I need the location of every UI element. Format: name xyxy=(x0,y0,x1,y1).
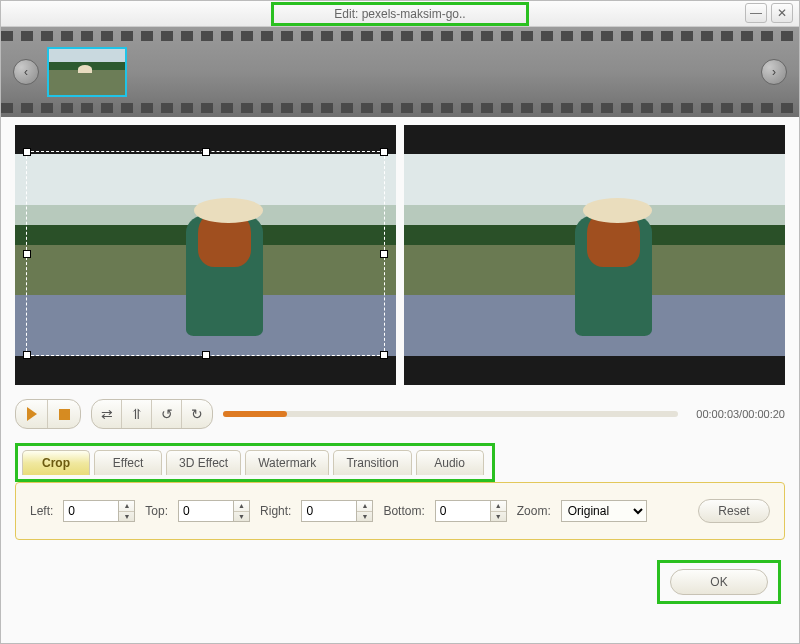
crop-handle-w[interactable] xyxy=(23,250,31,258)
tab-watermark[interactable]: Watermark xyxy=(245,450,329,475)
close-button[interactable]: ✕ xyxy=(771,3,793,23)
clip-thumbnail[interactable] xyxy=(47,47,127,97)
tab-crop[interactable]: Crop xyxy=(22,450,90,475)
crop-handle-se[interactable] xyxy=(380,351,388,359)
rotate-cw-button[interactable]: ↻ xyxy=(182,400,212,428)
left-input[interactable] xyxy=(63,500,119,522)
crop-handle-sw[interactable] xyxy=(23,351,31,359)
top-spinner: ▲▼ xyxy=(178,500,250,522)
window-controls: — ✕ xyxy=(745,3,793,23)
left-down[interactable]: ▼ xyxy=(119,512,134,522)
highlight-tabs: Crop Effect 3D Effect Watermark Transiti… xyxy=(15,443,495,482)
crop-handle-e[interactable] xyxy=(380,250,388,258)
right-spinner: ▲▼ xyxy=(301,500,373,522)
crop-preview-source[interactable] xyxy=(15,125,396,385)
crop-panel: Left: ▲▼ Top: ▲▼ Right: ▲▼ Bottom: ▲▼ Zo… xyxy=(15,482,785,540)
playback-controls: ⇄ ⥣ ↺ ↻ 00:00:03/00:00:20 xyxy=(1,393,799,439)
tab-3d-effect[interactable]: 3D Effect xyxy=(166,450,241,475)
zoom-select[interactable]: Original xyxy=(561,500,647,522)
left-up[interactable]: ▲ xyxy=(119,501,134,512)
right-down[interactable]: ▼ xyxy=(357,512,372,522)
filmstrip: ‹ › xyxy=(1,27,799,117)
preview-row xyxy=(1,117,799,393)
right-input[interactable] xyxy=(301,500,357,522)
highlight-title: Edit: pexels-maksim-go.. xyxy=(271,2,528,26)
crop-handle-n[interactable] xyxy=(202,148,210,156)
edit-controls-group: ⇄ ⥣ ↺ ↻ xyxy=(91,399,213,429)
window-title: Edit: pexels-maksim-go.. xyxy=(334,7,465,21)
highlight-ok: OK xyxy=(657,560,781,604)
time-display: 00:00:03/00:00:20 xyxy=(696,408,785,420)
tab-effect[interactable]: Effect xyxy=(94,450,162,475)
reset-button[interactable]: Reset xyxy=(698,499,770,523)
stop-icon xyxy=(59,409,70,420)
ok-button[interactable]: OK xyxy=(670,569,768,595)
play-icon xyxy=(27,407,37,421)
bottom-down[interactable]: ▼ xyxy=(491,512,506,522)
edit-window: Edit: pexels-maksim-go.. — ✕ ‹ › xyxy=(0,0,800,644)
play-stop-group xyxy=(15,399,81,429)
minimize-button[interactable]: — xyxy=(745,3,767,23)
titlebar: Edit: pexels-maksim-go.. — ✕ xyxy=(1,1,799,27)
bottom-input[interactable] xyxy=(435,500,491,522)
crop-handle-ne[interactable] xyxy=(380,148,388,156)
filmstrip-prev-button[interactable]: ‹ xyxy=(13,59,39,85)
zoom-label: Zoom: xyxy=(517,504,551,518)
top-input[interactable] xyxy=(178,500,234,522)
crop-handle-s[interactable] xyxy=(202,351,210,359)
rotate-ccw-button[interactable]: ↺ xyxy=(152,400,182,428)
shuffle-button[interactable]: ⇄ xyxy=(92,400,122,428)
seek-bar[interactable] xyxy=(223,411,678,417)
crop-selection[interactable] xyxy=(26,151,384,356)
top-down[interactable]: ▼ xyxy=(234,512,249,522)
bottom-label: Bottom: xyxy=(383,504,424,518)
top-label: Top: xyxy=(145,504,168,518)
right-up[interactable]: ▲ xyxy=(357,501,372,512)
flip-button[interactable]: ⥣ xyxy=(122,400,152,428)
filmstrip-next-button[interactable]: › xyxy=(761,59,787,85)
left-spinner: ▲▼ xyxy=(63,500,135,522)
play-button[interactable] xyxy=(16,400,48,428)
top-up[interactable]: ▲ xyxy=(234,501,249,512)
bottom-up[interactable]: ▲ xyxy=(491,501,506,512)
crop-handle-nw[interactable] xyxy=(23,148,31,156)
crop-preview-result xyxy=(404,125,785,385)
left-label: Left: xyxy=(30,504,53,518)
dialog-footer: OK xyxy=(1,548,799,620)
right-label: Right: xyxy=(260,504,291,518)
tab-audio[interactable]: Audio xyxy=(416,450,484,475)
tab-transition[interactable]: Transition xyxy=(333,450,411,475)
stop-button[interactable] xyxy=(48,400,80,428)
bottom-spinner: ▲▼ xyxy=(435,500,507,522)
seek-progress xyxy=(223,411,287,417)
edit-tabs: Crop Effect 3D Effect Watermark Transiti… xyxy=(22,450,488,475)
